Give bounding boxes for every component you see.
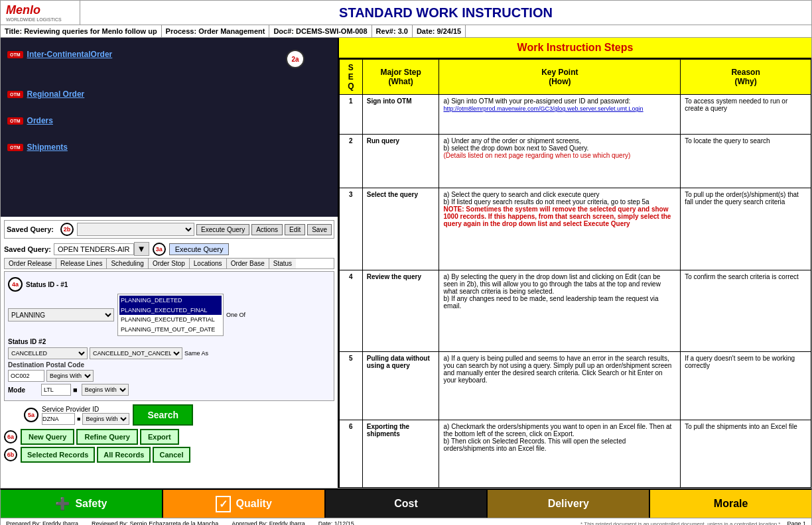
title-label: Title: Reviewing queries for Menlo follo… (1, 25, 162, 37)
main-body: OTM Inter-Continental Order 2a OTM Regio… (0, 38, 812, 489)
step-2-major: Run query (362, 134, 439, 188)
step-6-seq: 6 (340, 420, 363, 487)
export-button[interactable]: Export (140, 429, 179, 445)
refine-query-button[interactable]: Refine Query (76, 429, 137, 445)
selected-records-button[interactable]: Selected Records (21, 447, 95, 463)
bubble-5a: 5a (24, 408, 38, 422)
bubble-3a: 3a (153, 243, 166, 256)
actions-btn[interactable]: Actions (251, 224, 283, 235)
step-3-row: 3 Select the query a) Select the query t… (340, 188, 811, 270)
step-5-major: Pulling data without using a query (362, 352, 439, 420)
saved-query-dropdown-1[interactable] (77, 223, 194, 236)
step-1-link[interactable]: http://otm8lemrprod.mavenwire.com/GC3/gl… (443, 105, 643, 112)
all-records-button[interactable]: All Records (97, 447, 151, 463)
saved-query-bar-1: Saved Query: 2b Execute Query Actions Ed… (4, 220, 334, 239)
action-row-1: 6a New Query Refine Query Export (4, 429, 334, 445)
bubble-6a: 6a (4, 430, 17, 443)
nav-orders[interactable]: OTM Orders (7, 116, 53, 125)
step-2-key-b: b) select the drop down box next to Save… (443, 145, 588, 152)
mode-icon: ■ (73, 386, 78, 394)
begins-with-select-2[interactable]: Begins With (82, 384, 129, 396)
step-2-row: 2 Run query a) Under any of the order or… (340, 134, 811, 188)
step-3-key-a: a) Select the query to search and click … (443, 191, 599, 198)
step-5-seq: 5 (340, 352, 363, 420)
cancelled-select[interactable]: CANCELLED (8, 347, 88, 359)
logo-area: Menlo WORLDWIDE LOGISTICS (1, 1, 80, 25)
edit-btn[interactable]: Edit (285, 224, 305, 235)
step-6-major: Exporting the shipments (362, 420, 439, 487)
tab-locations[interactable]: Locations (190, 259, 227, 268)
morale-label: Morale (714, 498, 748, 510)
tab-status[interactable]: Status (269, 259, 296, 268)
nav-intercontinental[interactable]: OTM Inter-Continental Order (7, 50, 112, 59)
search-button[interactable]: Search (133, 404, 193, 426)
query-form: 4a Status ID - #1 PLANNING PLANNING_DELE… (4, 271, 334, 401)
step-2-key: a) Under any of the order or shipment sc… (439, 134, 681, 188)
bubble-2a: 2a (286, 50, 304, 68)
cancelled2-select[interactable]: CANCELLED_NOT_CANCELLED (90, 347, 182, 359)
tab-scheduling[interactable]: Scheduling (107, 259, 148, 268)
planning-item-final[interactable]: PLANNING_EXECUTED_FINAL (119, 306, 222, 316)
step-1-major: Sign into OTM (362, 95, 439, 135)
reviewed-name: Sergio Echazarreta de la Mancha (130, 520, 219, 525)
tab-order-base[interactable]: Order Base (227, 259, 269, 268)
main-title: STANDARD WORK INSTRUCTION (80, 1, 811, 25)
delivery-label: Delivery (548, 498, 589, 510)
otm-icon-2: OTM (7, 91, 23, 98)
dest-label: Destination Postal Code (8, 361, 330, 369)
cancel-button[interactable]: Cancel (153, 447, 190, 463)
footer-morale: Morale (650, 490, 811, 518)
process-label: Process: Order Management (162, 25, 270, 37)
screenshot-area: OTM Inter-Continental Order 2a OTM Regio… (1, 38, 338, 217)
footer-bar: ➕ Safety ✓ Quality Cost Delivery Morale (0, 489, 812, 518)
step-4-key-a: a) By selecting the query in the drop do… (443, 273, 660, 295)
sig-date: Date: 1/12/15 (318, 520, 354, 525)
tab-order-stop[interactable]: Order Stop (149, 259, 190, 268)
col-reason: Reason(Why) (681, 60, 811, 95)
bubble-6b: 6b (4, 448, 17, 461)
mode-input[interactable] (41, 384, 71, 396)
tab-release-lines[interactable]: Release Lines (56, 259, 107, 268)
step-4-key-b: b) If any changes need to be made, send … (443, 295, 658, 310)
footer-cost: Cost (326, 490, 488, 518)
destination-section: Destination Postal Code Begins With (8, 361, 330, 382)
nav-shipments[interactable]: OTM Shipments (7, 143, 68, 152)
nav-regional[interactable]: OTM Regional Order (7, 89, 84, 99)
step-4-major: Review the query (362, 270, 439, 352)
step-6-row: 6 Exporting the shipments a) Checkmark t… (340, 420, 811, 487)
mode-row: Mode ■ Begins With (8, 384, 330, 396)
dest-input[interactable] (8, 370, 44, 382)
uncontrolled-notice: * This printed document is an uncontroll… (580, 521, 780, 526)
step-4-reason: To confirm the search criteria is correc… (681, 270, 811, 352)
step-3-key-b: b) If listed query search results do not… (443, 198, 649, 205)
step-5-key-a: a) If a query is being pulled and seems … (443, 355, 671, 384)
saved-query-dropdown-btn[interactable]: ▼ (134, 242, 149, 256)
execute-query-btn-2[interactable]: Execute Query (169, 243, 230, 255)
planning-item-out-of-date[interactable]: PLANNING_ITEM_OUT_OF_DATE (119, 325, 222, 335)
planning-item-deleted[interactable]: PLANNING_DELETED (119, 296, 222, 306)
step-3-key: a) Select the query to search and click … (439, 188, 681, 270)
doc-label: Doc#: DCEMS-SWI-OM-008 (269, 25, 372, 37)
planning-list[interactable]: PLANNING_DELETED PLANNING_EXECUTED_FINAL… (117, 294, 224, 336)
rev-label: Rev#: 3.0 (372, 25, 413, 37)
save-btn[interactable]: Save (307, 224, 332, 235)
quality-icon: ✓ (216, 496, 231, 512)
saved-query-label-2: Saved Query: (4, 245, 51, 253)
approved-by: Approved By: Freddy Ibarra (232, 520, 305, 525)
step-1-reason: To access system needed to run or create… (681, 95, 811, 135)
new-query-button[interactable]: New Query (21, 429, 74, 445)
service-begins-select[interactable]: Begins With (82, 413, 129, 425)
begins-with-select-1[interactable]: Begins With (46, 370, 94, 382)
one-of-label: One Of (226, 312, 245, 318)
planning-select[interactable]: PLANNING (8, 308, 114, 321)
footer-quality: ✓ Quality (163, 490, 326, 518)
step-1-key: a) Sign into OTM with your pre-assigned … (439, 95, 681, 135)
planning-item-partial[interactable]: PLANNING_EXECUTED_PARTIAL (119, 315, 222, 325)
tab-order-release[interactable]: Order Release (5, 259, 56, 268)
safety-icon: ➕ (55, 496, 70, 511)
execute-query-btn-1[interactable]: Execute Query (196, 224, 249, 235)
header-top: Menlo WORLDWIDE LOGISTICS STANDARD WORK … (0, 0, 812, 25)
service-input[interactable] (42, 413, 75, 425)
prepared-by: Prepared By: Freddy Ibarra (6, 520, 78, 525)
step-4-row: 4 Review the query a) By selecting the q… (340, 270, 811, 352)
